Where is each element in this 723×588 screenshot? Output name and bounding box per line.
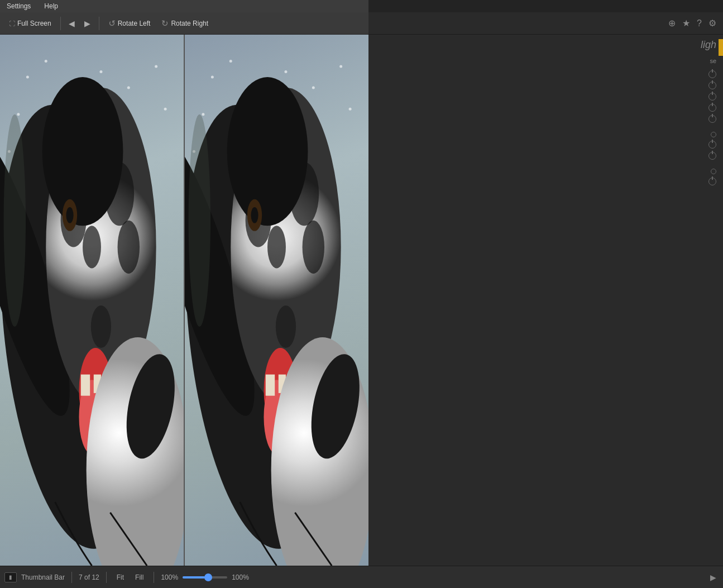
zoom-slider-fill	[183, 576, 205, 579]
toolbar-separator-1	[60, 17, 61, 30]
rotate-right-icon: ↻	[161, 18, 169, 28]
power-icon-5	[708, 115, 716, 123]
right-sidebar: ligh se	[368, 35, 723, 566]
sidebar-item-3[interactable]	[368, 91, 723, 102]
thumb-separator-2	[106, 572, 107, 583]
thumb-separator-1	[71, 572, 72, 583]
image-panel	[0, 35, 368, 566]
thumbnail-toggle-button[interactable]: ▮	[4, 572, 17, 582]
sidebar-items	[368, 66, 723, 566]
main-toolbar: ⛶ Full Screen ◀ ▶ ↻ Rotate Left ↻ Rotate	[0, 12, 368, 35]
rotate-right-button[interactable]: ↻ Rotate Right	[157, 16, 213, 31]
power-icon-2	[708, 82, 716, 89]
rotate-left-label: Rotate Left	[118, 20, 151, 27]
power-icon-4	[708, 104, 716, 112]
fill-button[interactable]: Fill	[132, 572, 147, 582]
fit-button[interactable]: Fit	[113, 572, 127, 582]
sidebar-item-5[interactable]	[368, 113, 723, 125]
nav-next-button[interactable]: ▶	[81, 17, 94, 30]
power-icon-7	[708, 152, 716, 160]
toggle-icon: ▮	[9, 574, 12, 580]
zoom-start-label: 100%	[161, 573, 178, 581]
sidebar-item-8[interactable]	[368, 150, 723, 161]
circle-dot-1	[711, 132, 716, 137]
sidebar-panel-label: se	[710, 58, 716, 64]
sidebar-item-9[interactable]	[368, 167, 723, 176]
dog-photo-right	[185, 35, 368, 566]
fullscreen-button[interactable]: ⛶ Full Screen	[4, 17, 56, 30]
thumbnail-bar: ▮ Thumbnail Bar 7 of 12 Fit Fill 100% 10…	[0, 566, 723, 588]
sidebar-item-6[interactable]	[368, 130, 723, 139]
sidebar-item-4[interactable]	[368, 102, 723, 113]
help-icon[interactable]: ?	[697, 18, 702, 28]
nav-prev-icon: ◀	[69, 19, 75, 28]
sidebar-title: ligh	[701, 39, 716, 50]
rotate-left-icon: ↻	[108, 18, 116, 28]
addon-icon[interactable]: ⊕	[668, 18, 676, 28]
zoom-slider[interactable]	[183, 576, 227, 579]
thumbnail-count: 7 of 12	[79, 573, 99, 581]
rotate-right-label: Rotate Right	[171, 20, 208, 27]
next-arrow-icon: ▶	[710, 573, 716, 582]
settings-icon[interactable]: ⚙	[708, 18, 716, 28]
sidebar-item-1[interactable]	[368, 69, 723, 80]
thumb-separator-3	[154, 572, 154, 583]
zoom-slider-container	[183, 576, 227, 579]
menu-help[interactable]: Help	[42, 1, 60, 11]
power-icon-8	[708, 178, 716, 185]
power-icon-1	[708, 70, 716, 78]
fullscreen-label: Full Screen	[17, 20, 51, 27]
yellow-accent-bar	[719, 39, 723, 56]
power-icon-3	[708, 93, 716, 101]
zoom-slider-thumb[interactable]	[204, 573, 212, 581]
star-icon[interactable]: ★	[682, 18, 690, 28]
toolbar-separator-2	[99, 17, 99, 30]
fullscreen-icon: ⛶	[9, 20, 15, 27]
dog-photo-left	[0, 35, 184, 566]
menu-settings[interactable]: Settings	[4, 1, 33, 11]
thumbnail-next-arrow[interactable]: ▶	[707, 572, 719, 583]
circle-dot-2	[711, 169, 716, 174]
sidebar-item-10[interactable]	[368, 176, 723, 187]
nav-next-icon: ▶	[84, 19, 90, 28]
rotate-left-button[interactable]: ↻ Rotate Left	[104, 16, 155, 31]
image-view-right	[184, 35, 368, 566]
power-icon-6	[708, 141, 716, 149]
sidebar-item-7[interactable]	[368, 139, 723, 150]
sidebar-item-2[interactable]	[368, 80, 723, 91]
nav-prev-button[interactable]: ◀	[65, 17, 79, 30]
menu-bar: Settings Help	[0, 0, 368, 12]
image-view-left	[0, 35, 184, 566]
thumbnail-bar-label: Thumbnail Bar	[21, 573, 65, 581]
zoom-end-label: 100%	[232, 573, 249, 581]
